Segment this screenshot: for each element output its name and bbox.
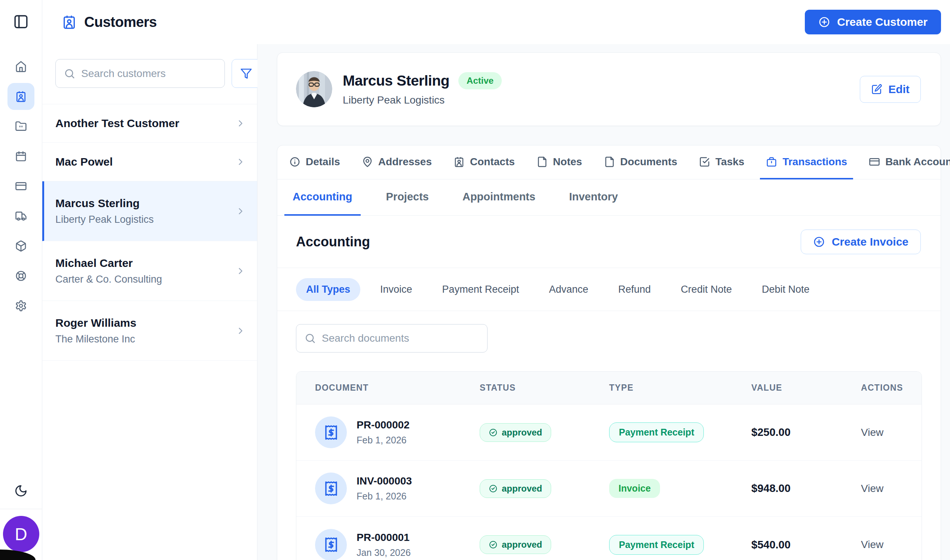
customer-company: Carter & Co. Consulting <box>56 274 235 285</box>
subtab-appointments[interactable]: Appointments <box>454 180 544 216</box>
customer-item-mac-powel[interactable]: Mac Powel <box>42 143 257 181</box>
rail-item-shipping[interactable] <box>8 203 34 229</box>
column-header-status: STATUS <box>480 383 609 393</box>
rail-divider <box>0 509 42 509</box>
filter-credit-note[interactable]: Credit Note <box>671 278 742 301</box>
status-cell: approved <box>480 479 551 498</box>
document-date: Feb 1, 2026 <box>356 435 410 446</box>
customer-list-panel: Another Test Customer Mac Powel Marcus S… <box>42 44 258 560</box>
customer-name: Michael Carter <box>56 257 235 269</box>
page-title-group: Customers <box>62 14 157 30</box>
create-invoice-button[interactable]: Create Invoice <box>801 229 921 254</box>
credit-card-icon <box>15 180 27 192</box>
check-circle-icon <box>489 484 498 493</box>
customer-item-another-test-customer[interactable]: Another Test Customer <box>42 104 257 143</box>
document-search-box <box>296 324 487 352</box>
create-invoice-label: Create Invoice <box>832 235 908 248</box>
sidebar-toggle-button[interactable] <box>11 11 31 32</box>
edit-label: Edit <box>888 83 910 96</box>
rail-item-home[interactable] <box>8 53 34 80</box>
info-icon <box>289 156 301 168</box>
page-title: Customers <box>84 14 157 30</box>
subtab-label: Projects <box>386 191 429 203</box>
type-cell: Payment Receipt <box>609 535 704 555</box>
profile-info: Marcus Sterling Active Liberty Peak Logi… <box>343 72 502 106</box>
customer-filter-button[interactable] <box>231 59 261 88</box>
customer-item-marcus-sterling[interactable]: Marcus Sterling Liberty Peak Logistics <box>42 181 257 241</box>
status-cell: approved <box>480 535 551 554</box>
filter-refund[interactable]: Refund <box>608 278 661 301</box>
dark-mode-toggle[interactable] <box>10 480 32 502</box>
document-cell: PR-000002 Feb 1, 2026 <box>315 417 480 448</box>
map-pin-icon <box>362 156 373 168</box>
tab-tasks[interactable]: Tasks <box>693 145 750 180</box>
document-id-group: PR-000002 Feb 1, 2026 <box>356 419 410 446</box>
rail-item-calendar[interactable] <box>8 143 34 170</box>
plus-circle-icon <box>813 236 825 248</box>
status-cell: approved <box>480 423 551 442</box>
customer-search-input[interactable] <box>81 68 216 80</box>
customer-name: Another Test Customer <box>56 117 235 130</box>
main-content: Marcus Sterling Active Liberty Peak Logi… <box>258 44 950 560</box>
chevron-right-icon <box>235 266 246 276</box>
filter-debit-note[interactable]: Debit Note <box>752 278 820 301</box>
receipt-dollar-icon <box>315 472 347 504</box>
rail-item-settings[interactable] <box>8 292 34 319</box>
chevron-right-icon <box>235 157 246 167</box>
icon-rail: D <box>0 0 42 560</box>
truck-icon <box>15 210 27 222</box>
document-search-input[interactable] <box>322 332 479 344</box>
rail-item-customers[interactable] <box>8 83 34 110</box>
rail-item-payments[interactable] <box>8 173 34 200</box>
subtab-label: Accounting <box>293 191 352 203</box>
customer-item-roger-williams[interactable]: Roger Williams The Milestone Inc <box>42 301 257 361</box>
edit-customer-button[interactable]: Edit <box>860 76 921 103</box>
rail-item-inventory[interactable] <box>8 232 34 260</box>
type-filter-row: All Types Invoice Payment Receipt Advanc… <box>277 268 941 311</box>
funnel-icon <box>240 68 252 80</box>
filter-invoice[interactable]: Invoice <box>370 278 423 301</box>
subtab-inventory[interactable]: Inventory <box>561 180 626 216</box>
table-row: PR-000001 Jan 30, 2026 approved <box>296 517 922 560</box>
search-icon <box>305 333 316 344</box>
subtab-accounting[interactable]: Accounting <box>284 180 361 216</box>
type-badge: Payment Receipt <box>609 422 704 442</box>
receipt-dollar-icon <box>315 529 347 560</box>
column-header-value: VALUE <box>751 383 861 393</box>
subtab-projects[interactable]: Projects <box>378 180 437 216</box>
type-cell: Payment Receipt <box>609 422 704 442</box>
tab-transactions[interactable]: Transactions <box>760 145 853 180</box>
rail-bottom: D <box>0 480 42 560</box>
view-link[interactable]: View <box>861 426 903 438</box>
tab-details[interactable]: Details <box>283 145 346 180</box>
tab-notes[interactable]: Notes <box>531 145 588 180</box>
filter-advance[interactable]: Advance <box>539 278 598 301</box>
life-buoy-icon <box>15 270 27 282</box>
customer-profile-card: Marcus Sterling Active Liberty Peak Logi… <box>277 52 941 126</box>
view-link[interactable]: View <box>861 539 903 551</box>
tab-bank-accounts[interactable]: Bank Accounts <box>863 145 950 180</box>
rail-item-projects[interactable] <box>8 113 34 140</box>
rail-nav <box>8 53 34 319</box>
file-icon <box>537 156 548 168</box>
user-avatar[interactable]: D <box>3 516 39 552</box>
briefcase-icon <box>766 156 777 168</box>
value-cell: $250.00 <box>751 426 861 438</box>
customer-item-michael-carter[interactable]: Michael Carter Carter & Co. Consulting <box>42 241 257 301</box>
subtab-label: Inventory <box>569 191 618 203</box>
tab-contacts[interactable]: Contacts <box>447 145 521 180</box>
transaction-subtabs: Accounting Projects Appointments Invento… <box>277 180 941 216</box>
create-customer-button[interactable]: Create Customer <box>805 10 941 34</box>
subtab-label: Appointments <box>463 191 535 203</box>
document-id: PR-000001 <box>356 532 411 543</box>
tab-addresses[interactable]: Addresses <box>356 145 438 180</box>
rail-item-support[interactable] <box>8 262 34 289</box>
chevron-right-icon <box>235 118 246 129</box>
tab-label: Contacts <box>470 156 515 168</box>
filter-payment-receipt[interactable]: Payment Receipt <box>432 278 529 301</box>
view-link[interactable]: View <box>861 483 903 495</box>
tab-documents[interactable]: Documents <box>598 145 683 180</box>
column-header-type: TYPE <box>609 383 751 393</box>
panel-left-icon <box>13 14 29 29</box>
filter-all-types[interactable]: All Types <box>296 278 360 301</box>
